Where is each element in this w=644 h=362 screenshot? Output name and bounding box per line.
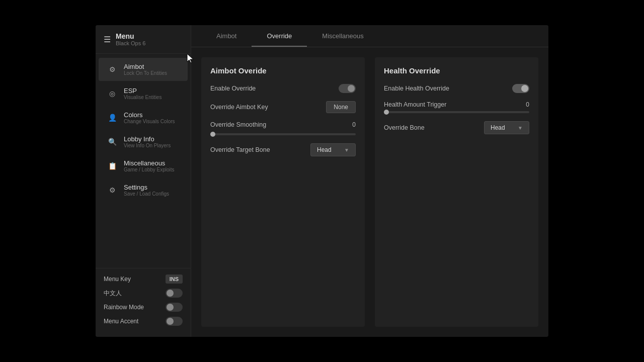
override-key-row: Override Aimbot Key None — [210, 101, 356, 113]
override-bone-arrow: ▼ — [518, 125, 523, 131]
accent-toggle[interactable] — [166, 317, 183, 326]
colors-sub: Change Visuals Colors — [124, 119, 175, 124]
aimbot-sub: Lock On To Entities — [124, 70, 167, 76]
override-target-bone-value: Head — [317, 146, 332, 153]
lobby-label: Lobby Info — [124, 135, 171, 143]
main-content: Aimbot Override Miscellaneous Aimbot Ove… — [191, 25, 548, 337]
sidebar-header: ☰ Menu Black Ops 6 — [96, 25, 191, 54]
app-subtitle: Black Ops 6 — [116, 40, 145, 46]
override-bone-value: Head — [491, 124, 505, 131]
tab-override[interactable]: Override — [252, 25, 307, 47]
menu-key-badge: INS — [166, 275, 183, 284]
override-bone-row: Override Bone Head ▼ — [384, 121, 529, 134]
panels-container: Aimbot Overide Enable Override Override … — [191, 47, 548, 337]
settings-icon: ⚙ — [107, 185, 118, 196]
override-key-label: Override Aimbot Key — [210, 104, 268, 111]
esp-sub: Visualise Entities — [124, 95, 162, 100]
aimbot-icon: ⚙ — [107, 64, 118, 75]
misc-sub: Game / Lobby Exploits — [124, 167, 175, 172]
settings-sub: Save / Load Configs — [124, 191, 169, 197]
tab-aimbot[interactable]: Aimbot — [201, 25, 252, 47]
menu-key-label: Menu Key — [104, 276, 131, 283]
override-target-bone-dropdown[interactable]: Head ▼ — [310, 143, 356, 156]
enable-health-override-label: Enable Health Override — [384, 85, 449, 92]
sidebar: ☰ Menu Black Ops 6 ⚙ Aimbot Lock On To E… — [96, 25, 191, 337]
enable-override-label: Enable Override — [210, 85, 256, 92]
rainbow-label: Rainbow Mode — [104, 304, 144, 311]
health-amount-label: Health Amount Trigger — [384, 101, 446, 108]
chinese-toggle[interactable] — [166, 289, 183, 298]
aimbot-override-panel: Aimbot Overide Enable Override Override … — [201, 57, 365, 327]
override-smoothing-label: Override Smoothing — [210, 121, 266, 128]
sidebar-item-misc[interactable]: 📋 Miscellaneous Game / Lobby Exploits — [99, 154, 188, 177]
health-amount-track[interactable] — [384, 111, 529, 113]
sidebar-footer: Menu Key INS 中文人 Rainbow Mode Menu Accen… — [96, 268, 191, 337]
menu-icon: ☰ — [104, 35, 111, 44]
lobby-icon: 🔍 — [107, 136, 118, 147]
colors-icon: 👤 — [107, 112, 118, 123]
sidebar-item-esp[interactable]: ◎ ESP Visualise Entities — [99, 82, 188, 105]
sidebar-item-aimbot[interactable]: ⚙ Aimbot Lock On To Entities — [99, 58, 188, 81]
health-amount-value: 0 — [526, 101, 529, 108]
colors-label: Colors — [124, 111, 175, 119]
settings-label: Settings — [124, 184, 169, 191]
override-key-button[interactable]: None — [326, 101, 356, 113]
tab-miscellaneous[interactable]: Miscellaneous — [307, 25, 378, 47]
misc-icon: 📋 — [107, 160, 118, 171]
override-bone-label: Override Bone — [384, 124, 425, 131]
esp-label: ESP — [124, 87, 162, 95]
override-target-bone-row: Override Target Bone Head ▼ — [210, 143, 356, 156]
accent-row: Menu Accent — [104, 317, 183, 326]
aimbot-override-title: Aimbot Overide — [210, 66, 356, 75]
sidebar-nav: ⚙ Aimbot Lock On To Entities ◎ ESP Visua… — [96, 54, 191, 268]
esp-icon: ◎ — [107, 88, 118, 99]
app-title: Menu — [116, 32, 145, 40]
override-smoothing-row: Override Smoothing 0 — [210, 121, 356, 135]
sidebar-item-colors[interactable]: 👤 Colors Change Visuals Colors — [99, 106, 188, 129]
sidebar-item-lobby[interactable]: 🔍 Lobby Info View Info On Players — [99, 130, 188, 153]
override-target-bone-arrow: ▼ — [344, 147, 349, 153]
lobby-sub: View Info On Players — [124, 143, 171, 148]
aimbot-label: Aimbot — [124, 63, 167, 70]
menu-key-row: Menu Key INS — [104, 275, 183, 284]
health-amount-row: Health Amount Trigger 0 — [384, 101, 529, 113]
tab-bar: Aimbot Override Miscellaneous — [191, 25, 548, 47]
enable-health-override-toggle[interactable] — [512, 84, 529, 93]
accent-label: Menu Accent — [104, 318, 138, 325]
enable-health-override-row: Enable Health Override — [384, 84, 529, 93]
sidebar-item-settings[interactable]: ⚙ Settings Save / Load Configs — [99, 178, 188, 202]
chinese-label: 中文人 — [104, 289, 122, 298]
enable-override-row: Enable Override — [210, 84, 356, 93]
health-override-panel: Health Override Enable Health Override H… — [375, 57, 538, 327]
override-smoothing-track[interactable] — [210, 133, 356, 135]
override-bone-dropdown[interactable]: Head ▼ — [484, 121, 529, 134]
misc-label: Miscellaneous — [124, 159, 175, 167]
override-target-bone-label: Override Target Bone — [210, 146, 270, 153]
rainbow-toggle[interactable] — [166, 303, 183, 312]
enable-override-toggle[interactable] — [339, 84, 356, 93]
rainbow-row: Rainbow Mode — [104, 303, 183, 312]
override-smoothing-value: 0 — [352, 121, 356, 128]
chinese-row: 中文人 — [104, 289, 183, 298]
health-override-title: Health Override — [384, 66, 529, 75]
